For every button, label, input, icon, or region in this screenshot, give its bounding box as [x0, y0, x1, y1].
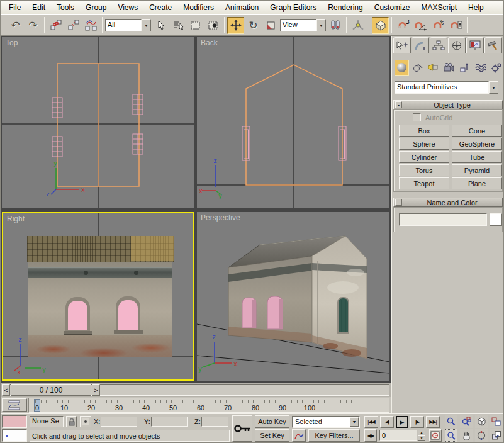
menu-edit[interactable]: Edit: [26, 2, 51, 13]
y-coordinate-field[interactable]: [151, 417, 188, 427]
x-coordinate-field[interactable]: [101, 417, 137, 427]
track-bar-ruler[interactable]: 0 10 20 30 40 50 60 70 80 90 100: [28, 398, 389, 413]
category-shapes-button[interactable]: [410, 60, 425, 76]
select-and-manipulate-button[interactable]: [349, 17, 366, 34]
time-slider-prev-button[interactable]: <: [2, 384, 10, 396]
set-key-button[interactable]: Set Key: [255, 429, 289, 442]
bind-to-space-warp-button[interactable]: [82, 17, 99, 34]
name-color-rollout-header[interactable]: - Name and Color: [393, 198, 503, 207]
zoom-button[interactable]: [445, 415, 457, 428]
set-keys-button[interactable]: [232, 415, 252, 442]
tab-utilities[interactable]: [484, 37, 502, 53]
collapse-icon[interactable]: -: [395, 101, 402, 108]
undo-button[interactable]: ↶: [7, 17, 24, 34]
selection-lock-toggle[interactable]: [66, 416, 77, 427]
geosphere-button[interactable]: GeoSphere: [452, 138, 502, 150]
tab-motion[interactable]: [448, 37, 466, 53]
default-in-out-tangent-button[interactable]: [292, 429, 306, 442]
goto-start-button[interactable]: |◀◀: [364, 416, 378, 428]
maxscript-mini-listener-white[interactable]: [2, 429, 27, 442]
viewport-back-label[interactable]: Back: [201, 38, 218, 47]
toolbar-grip[interactable]: [3, 17, 4, 33]
cone-button[interactable]: Cone: [452, 125, 502, 137]
auto-key-button[interactable]: Auto Key: [255, 415, 289, 428]
sphere-button[interactable]: Sphere: [399, 138, 449, 150]
window-crossing-toggle-button[interactable]: [204, 17, 221, 34]
collapse-icon[interactable]: -: [395, 199, 402, 206]
select-by-name-button[interactable]: [169, 17, 186, 34]
torus-button[interactable]: Torus: [399, 164, 449, 176]
select-and-move-button[interactable]: [227, 17, 244, 34]
object-type-rollout-header[interactable]: - Object Type: [393, 100, 503, 109]
key-filters-button[interactable]: Key Filters...: [308, 429, 360, 442]
menu-help[interactable]: Help: [462, 2, 490, 13]
menu-modifiers[interactable]: Modifiers: [177, 2, 220, 13]
viewport-top[interactable]: Top y x: [2, 37, 194, 208]
menu-file[interactable]: File: [3, 2, 26, 13]
menu-graph-editors[interactable]: Graph Editors: [264, 2, 322, 13]
next-frame-button[interactable]: |▶: [410, 416, 424, 428]
play-animation-button[interactable]: ▶: [396, 416, 408, 428]
z-coordinate-field[interactable]: [201, 417, 228, 427]
zoom-all-button[interactable]: [460, 415, 473, 428]
dropdown-arrow-icon[interactable]: ▼: [142, 19, 151, 31]
spinner-up-icon[interactable]: ▲: [418, 430, 425, 435]
menu-tools[interactable]: Tools: [51, 2, 80, 13]
select-and-link-button[interactable]: [47, 17, 64, 34]
time-slider-handle[interactable]: 0 / 100: [11, 384, 91, 396]
key-mode-toggle-button[interactable]: ◀▶: [364, 429, 377, 442]
keyboard-shortcut-override-toggle[interactable]: [372, 17, 389, 34]
viewport-right-active[interactable]: Right: [2, 212, 194, 381]
spinner-snap-toggle-button[interactable]: [447, 17, 464, 34]
zoom-extents-all-button[interactable]: [490, 415, 503, 428]
maximize-viewport-toggle-button[interactable]: [490, 429, 503, 442]
dropdown-arrow-icon[interactable]: ▼: [316, 19, 326, 31]
absolute-offset-mode-toggle[interactable]: [80, 416, 91, 427]
plane-button[interactable]: Plane: [452, 177, 502, 189]
arc-rotate-button[interactable]: [475, 429, 488, 442]
tab-hierarchy[interactable]: [430, 37, 447, 53]
frame-spinner[interactable]: ▲ ▼: [418, 430, 425, 441]
cylinder-button[interactable]: Cylinder: [399, 151, 449, 163]
menu-maxscript[interactable]: MAXScript: [415, 2, 462, 13]
menu-views[interactable]: Views: [112, 2, 143, 13]
dropdown-arrow-icon[interactable]: ▼: [350, 417, 359, 427]
box-button[interactable]: Box: [399, 125, 449, 137]
select-object-button[interactable]: [152, 17, 169, 34]
menu-customize[interactable]: Customize: [369, 2, 416, 13]
autogrid-checkbox[interactable]: [413, 113, 421, 121]
key-filter-set-dropdown[interactable]: Selected ▼: [292, 416, 360, 428]
object-color-swatch[interactable]: [490, 213, 502, 226]
rectangular-selection-region-button[interactable]: [187, 17, 204, 34]
percent-snap-toggle-button[interactable]: %: [430, 17, 447, 34]
selection-filter-dropdown[interactable]: All ▼: [105, 19, 151, 31]
viewport-perspective-label[interactable]: Perspective: [201, 213, 240, 222]
tube-button[interactable]: Tube: [452, 151, 502, 163]
viewport-perspective[interactable]: Perspective: [197, 212, 389, 381]
maxscript-mini-listener-pink[interactable]: [2, 415, 27, 428]
primitives-category-dropdown[interactable]: Standard Primitives ▼: [395, 81, 498, 94]
category-systems-button[interactable]: [489, 60, 503, 76]
time-slider-next-button[interactable]: >: [92, 384, 100, 396]
viewport-back[interactable]: Back z x y: [197, 37, 389, 208]
use-pivot-point-center-button[interactable]: [327, 17, 344, 34]
category-lights-button[interactable]: [426, 60, 440, 76]
object-name-input[interactable]: [399, 213, 487, 226]
spinner-down-icon[interactable]: ▼: [418, 435, 425, 441]
category-cameras-button[interactable]: [442, 60, 456, 76]
viewport-top-label[interactable]: Top: [6, 38, 18, 47]
viewport-right-label[interactable]: Right: [7, 215, 25, 223]
tab-display[interactable]: [466, 37, 484, 53]
menu-rendering[interactable]: Rendering: [322, 2, 368, 13]
menu-group[interactable]: Group: [80, 2, 112, 13]
menu-animation[interactable]: Animation: [220, 2, 264, 13]
pyramid-button[interactable]: Pyramid: [452, 164, 502, 176]
teapot-button[interactable]: Teapot: [399, 177, 449, 189]
current-frame-field[interactable]: [379, 430, 417, 441]
previous-frame-button[interactable]: ◀|: [380, 416, 394, 428]
dropdown-arrow-icon[interactable]: ▼: [489, 81, 498, 94]
select-and-scale-button[interactable]: [262, 17, 279, 34]
menu-create[interactable]: Create: [143, 2, 177, 13]
zoom-region-button[interactable]: [445, 429, 457, 442]
reference-coordinate-system-dropdown[interactable]: View ▼: [280, 19, 326, 31]
